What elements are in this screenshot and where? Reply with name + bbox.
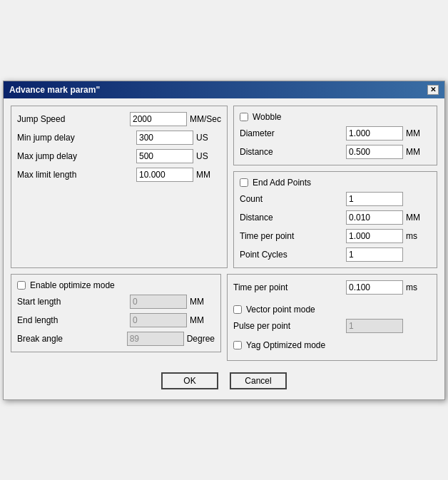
yag-mode-row: Yag Optimized mode (233, 340, 431, 350)
time-per-point-unit: ms (406, 282, 431, 292)
wobble-checkbox-row: Wobble (240, 112, 431, 122)
max-jump-delay-input[interactable] (136, 149, 193, 163)
wobble-distance-row: Distance MM (240, 145, 431, 159)
jump-speed-input[interactable] (130, 112, 187, 126)
end-add-count-input[interactable] (346, 192, 403, 206)
max-jump-delay-unit: US (196, 151, 221, 161)
end-add-time-label: Time per point (240, 231, 346, 241)
end-add-time-unit: ms (406, 231, 431, 241)
jump-speed-row: Jump Speed MM/Sec (17, 112, 221, 126)
end-add-time-input[interactable] (346, 229, 403, 243)
end-add-distance-unit: MM (406, 213, 431, 223)
button-row: OK Cancel (11, 367, 437, 392)
end-add-label: End Add Points (253, 178, 311, 188)
end-add-points-panel: End Add Points Count Distance MM Time pe… (233, 171, 437, 268)
vector-point-label: Vector point mode (246, 305, 315, 315)
max-limit-length-input[interactable] (136, 168, 193, 182)
top-row: Jump Speed MM/Sec Min jump delay US Max … (11, 106, 437, 268)
end-add-checkbox[interactable] (240, 178, 248, 187)
time-per-point-input[interactable] (346, 280, 403, 295)
pulse-per-point-input[interactable] (346, 319, 403, 333)
dialog-body: Jump Speed MM/Sec Min jump delay US Max … (4, 98, 444, 399)
max-limit-length-row: Max limit length MM (17, 168, 221, 182)
break-angle-row: Break angle Degree (17, 332, 215, 346)
bottom-row: Enable optimize mode Start length MM End… (11, 274, 437, 361)
break-angle-label: Break angle (17, 334, 127, 344)
end-length-row: End length MM (17, 313, 215, 327)
wobble-distance-unit: MM (406, 147, 431, 157)
end-add-distance-label: Distance (240, 213, 346, 223)
min-jump-delay-label: Min jump delay (17, 133, 136, 143)
end-add-distance-row: Distance MM (240, 210, 431, 225)
wobble-label: Wobble (253, 112, 281, 122)
end-add-cycles-label: Point Cycles (240, 250, 346, 260)
start-length-unit: MM (190, 297, 215, 307)
bottom-right-panel: Time per point ms Vector point mode Puls… (227, 274, 437, 361)
optimize-checkbox-row: Enable optimize mode (17, 280, 215, 290)
pulse-per-point-label: Pulse per point (233, 321, 346, 331)
optimize-checkbox[interactable] (17, 281, 26, 290)
max-jump-delay-label: Max jump delay (17, 151, 136, 161)
max-jump-delay-row: Max jump delay US (17, 149, 221, 163)
end-length-input[interactable] (130, 313, 187, 327)
wobble-checkbox[interactable] (240, 113, 248, 121)
end-add-distance-input[interactable] (346, 210, 403, 225)
start-length-row: Start length MM (17, 295, 215, 309)
wobble-distance-label: Distance (240, 147, 346, 157)
time-per-point-label: Time per point (233, 282, 346, 292)
time-per-point-row: Time per point ms (233, 280, 431, 295)
close-button[interactable]: ✕ (427, 85, 439, 95)
vector-point-row: Vector point mode (233, 305, 431, 315)
pulse-per-point-row: Pulse per point (233, 319, 431, 333)
start-length-input[interactable] (130, 295, 187, 309)
optimize-label: Enable optimize mode (30, 280, 115, 290)
vector-point-checkbox[interactable] (233, 305, 242, 314)
wobble-panel: Wobble Diameter MM Distance MM (233, 106, 437, 165)
max-limit-length-unit: MM (196, 170, 221, 180)
end-add-cycles-input[interactable] (346, 247, 403, 262)
min-jump-delay-row: Min jump delay US (17, 131, 221, 145)
wobble-diameter-input[interactable] (346, 126, 403, 141)
wobble-distance-input[interactable] (346, 145, 403, 159)
max-limit-length-label: Max limit length (17, 170, 136, 180)
ok-button[interactable]: OK (161, 372, 218, 389)
cancel-button[interactable]: Cancel (230, 372, 287, 389)
yag-mode-label: Yag Optimized mode (246, 340, 325, 350)
optimize-panel: Enable optimize mode Start length MM End… (11, 274, 221, 352)
right-panels: Wobble Diameter MM Distance MM (233, 106, 437, 268)
end-add-checkbox-row: End Add Points (240, 178, 431, 188)
jump-speed-label: Jump Speed (17, 114, 130, 124)
start-length-label: Start length (17, 297, 130, 307)
dialog-window: Advance mark param" ✕ Jump Speed MM/Sec … (3, 81, 445, 400)
break-angle-input[interactable] (127, 332, 184, 346)
jump-speeds-panel: Jump Speed MM/Sec Min jump delay US Max … (11, 106, 228, 268)
end-length-unit: MM (190, 315, 215, 325)
jump-speed-unit: MM/Sec (190, 114, 221, 124)
end-add-count-label: Count (240, 194, 346, 204)
wobble-diameter-unit: MM (406, 128, 431, 138)
min-jump-delay-unit: US (196, 133, 221, 143)
end-add-count-row: Count (240, 192, 431, 206)
wobble-diameter-row: Diameter MM (240, 126, 431, 141)
dialog-title: Advance mark param" (9, 85, 100, 95)
end-length-label: End length (17, 315, 130, 325)
wobble-diameter-label: Diameter (240, 128, 346, 138)
break-angle-unit: Degree (187, 334, 215, 344)
title-bar: Advance mark param" ✕ (4, 81, 444, 98)
yag-mode-checkbox[interactable] (233, 341, 242, 349)
end-add-cycles-row: Point Cycles (240, 247, 431, 262)
end-add-time-row: Time per point ms (240, 229, 431, 243)
min-jump-delay-input[interactable] (136, 131, 193, 145)
